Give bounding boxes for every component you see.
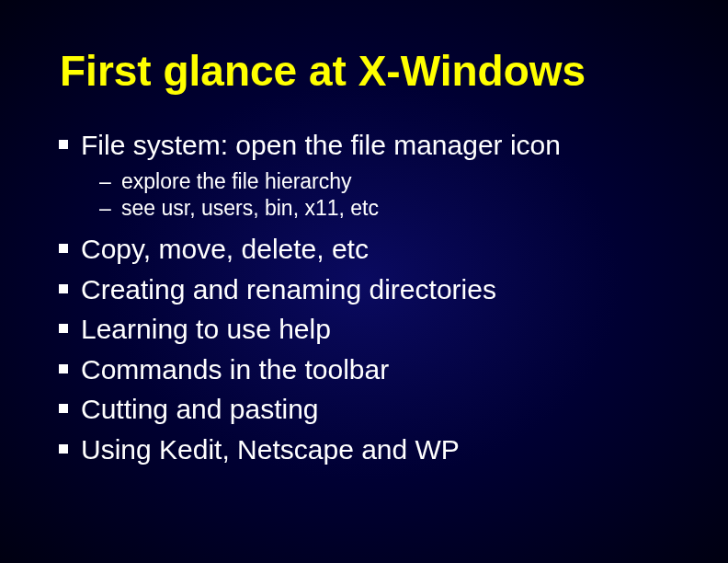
sub-text: explore the file hierarchy: [121, 169, 352, 193]
bullet-text: Creating and renaming directories: [81, 274, 496, 304]
sub-text: see usr, users, bin, x11, etc: [121, 196, 379, 220]
bullet-text: Commands in the toolbar: [81, 354, 389, 385]
sub-item: explore the file hierarchy: [55, 168, 673, 196]
bullet-text: Cutting and pasting: [81, 394, 319, 424]
bullet-item: File system: open the file manager icon: [55, 128, 673, 163]
bullet-item: Copy, move, delete, etc: [55, 232, 673, 267]
bullet-text: Using Kedit, Netscape and WP: [81, 434, 460, 465]
sub-item: see usr, users, bin, x11, etc: [55, 195, 673, 223]
bullet-text: File system: open the file manager icon: [81, 130, 561, 160]
bullet-text: Copy, move, delete, etc: [81, 234, 369, 264]
bullet-item: Cutting and pasting: [55, 392, 673, 427]
bullet-list: File system: open the file manager icon: [55, 128, 673, 163]
bullet-list: Copy, move, delete, etc Creating and ren…: [55, 232, 673, 466]
slide-title: First glance at X-Windows: [60, 46, 673, 96]
bullet-text: Learning to use help: [81, 314, 331, 344]
sub-list: explore the file hierarchy see usr, user…: [55, 168, 673, 224]
bullet-item: Creating and renaming directories: [55, 272, 673, 307]
bullet-item: Using Kedit, Netscape and WP: [55, 432, 673, 467]
bullet-item: Commands in the toolbar: [55, 352, 673, 387]
bullet-item: Learning to use help: [55, 312, 673, 347]
slide-container: First glance at X-Windows File system: o…: [0, 0, 728, 563]
